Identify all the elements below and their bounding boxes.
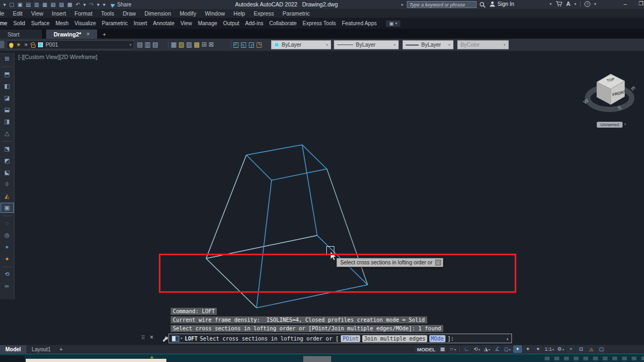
object-color-dropdown[interactable]: ByLayer ▾ [271, 40, 331, 49]
tab-drawing2[interactable]: Drawing2* × [46, 29, 97, 39]
tab-parametric[interactable]: Parametric [102, 20, 128, 26]
new-drawing-icon[interactable]: ▢ [9, 1, 14, 9]
open-folder-icon[interactable]: ▣ [17, 1, 22, 9]
tab-start[interactable]: Start [0, 29, 42, 39]
tab-annotate[interactable]: Annotate [153, 20, 174, 26]
option-point[interactable]: POint [341, 335, 360, 342]
lineweight-dropdown-caret[interactable]: ▾ [448, 43, 450, 47]
menu-modify[interactable]: Modify [180, 10, 196, 17]
redo-icon[interactable]: ↷ [89, 1, 93, 9]
menu-file[interactable]: File [0, 10, 4, 17]
isolate-icon[interactable]: ⊡ [576, 345, 586, 353]
maximize-button[interactable]: ❐ [639, 1, 643, 6]
tab-surface[interactable]: Surface [31, 20, 49, 26]
ribbon-display-button[interactable]: ▣ ▾ [386, 20, 400, 27]
linetype-dropdown[interactable]: ByLayer ▾ [334, 40, 399, 49]
scale-value[interactable]: 1:1▾ [544, 345, 555, 353]
annotation-scale-icon[interactable]: ✦ [533, 345, 543, 353]
tab-output[interactable]: Output [223, 20, 239, 26]
menu-draw[interactable]: Draw [123, 10, 136, 17]
menu-parametric[interactable]: Parametric [283, 10, 310, 17]
command-window-grip[interactable]: ⠿ [141, 335, 144, 341]
snap-icon-caret[interactable]: ▾ [454, 348, 456, 351]
layer-thaw-icon[interactable]: ◱ [240, 40, 246, 49]
tab-solid[interactable]: Solid [13, 20, 25, 26]
autodesk-app-icon[interactable]: A [566, 1, 570, 7]
clean-screen-icon[interactable]: ▢ [597, 345, 606, 353]
tab-visualize[interactable]: Visualize [75, 20, 96, 26]
tab-add-ins[interactable]: Add-ins [245, 20, 264, 26]
workspace-caret[interactable]: ▾ [103, 1, 106, 9]
plus-icon[interactable]: + [566, 345, 575, 353]
layer-walk-icon[interactable]: ◰ [233, 40, 239, 49]
scale-value-caret[interactable]: ▾ [552, 348, 554, 351]
tab-insert[interactable]: Insert [134, 20, 147, 26]
tab-layout1[interactable]: Layout1 [26, 345, 56, 353]
plotstyle-dropdown[interactable]: ByColor ▾ [457, 40, 509, 49]
option-join-multiple-edges[interactable]: Join multiple edges [362, 335, 427, 342]
recent-commands-caret[interactable]: ▾ [180, 336, 182, 341]
osnap-icon-caret[interactable]: ▾ [509, 348, 510, 351]
tab-express-tools[interactable]: Express Tools [303, 20, 336, 26]
search-icon[interactable] [479, 2, 486, 9]
view-cube[interactable]: TOP FRONT W S E [582, 66, 642, 129]
workspace-gear-icon-caret[interactable]: ▾ [562, 348, 564, 351]
sign-in-button[interactable]: Sign In [489, 1, 514, 7]
lineweight-dropdown[interactable]: ByLayer ▾ [402, 40, 453, 49]
previous-layer-icon[interactable]: ▤ [152, 40, 158, 49]
layer-unisolate-icon[interactable]: ⊞ [201, 40, 207, 49]
cart-icon[interactable] [555, 1, 562, 7]
layer-lock-icon[interactable]: ⊠ [208, 40, 214, 49]
layer-dropdown[interactable]: ☀ ☀ P001 ▾ [6, 40, 134, 49]
open-icon[interactable]: ▤ [26, 1, 31, 9]
snap-icon[interactable]: ⁙▾ [448, 345, 457, 353]
tab-model[interactable]: Model [0, 345, 26, 353]
close-tab-icon[interactable]: × [86, 31, 90, 37]
named-view-button[interactable]: Unnamed [597, 122, 623, 128]
search-input[interactable] [407, 1, 477, 8]
command-window-close[interactable]: × [150, 334, 153, 341]
share-button[interactable]: ▶ Share [111, 2, 131, 8]
command-scroll-up[interactable]: ▴ [506, 336, 509, 341]
customize-wrench-icon[interactable] [161, 335, 168, 342]
otrack-icon[interactable]: ∠ [493, 345, 502, 353]
menu-tools[interactable]: Tools [101, 10, 114, 17]
layer-off-icon[interactable]: ▨ [186, 40, 192, 49]
menu-insert[interactable]: Insert [52, 10, 66, 17]
tab-view[interactable]: View [180, 20, 192, 26]
color-dropdown-caret[interactable]: ▾ [326, 43, 328, 47]
search-expand-caret[interactable]: ▸ [401, 2, 404, 7]
layer-dropdown-caret[interactable]: ▾ [129, 43, 131, 47]
recent-commands-icon[interactable] [172, 336, 179, 342]
named-view-caret[interactable]: ▾ [624, 122, 626, 127]
app-menu-caret[interactable]: ▾ [3, 1, 6, 9]
layer-freeze-icon[interactable]: ▧ [178, 40, 184, 49]
plot-icon[interactable]: ▨ [59, 1, 64, 9]
menu-help[interactable]: Help [233, 10, 245, 17]
app-caret[interactable]: ▾ [574, 2, 576, 6]
tab-mesh[interactable]: Mesh [55, 20, 68, 26]
option-mode[interactable]: MOde [429, 335, 445, 342]
viewcube-east-label[interactable]: E [630, 85, 637, 92]
export-icon[interactable]: ▧ [50, 1, 55, 9]
print-icon[interactable]: ▩ [67, 1, 72, 9]
isodraft-icon[interactable]: ◮▾ [482, 345, 492, 353]
undo-icon[interactable]: ↶ [76, 1, 80, 9]
model-space-toggle[interactable]: MODEL [414, 346, 438, 353]
hardware-accel-icon[interactable]: ◬ [587, 345, 596, 353]
linetype-dropdown-caret[interactable]: ▾ [393, 43, 396, 47]
make-current-icon[interactable]: ▤ [137, 40, 143, 49]
menu-express[interactable]: Express [254, 10, 274, 17]
polar-icon[interactable]: ⟲▾ [472, 345, 481, 353]
tab-featured-apps[interactable]: Featured Apps [342, 20, 377, 26]
new-tab-button[interactable]: + [103, 31, 106, 38]
workspace-gear-icon[interactable]: ⚙▾ [556, 345, 565, 353]
signin-caret[interactable]: ▾ [550, 2, 552, 6]
tab-manage[interactable]: Manage [198, 20, 217, 26]
loft-cross-sections-wireframe[interactable] [0, 51, 644, 345]
new-layout-button[interactable]: + [56, 346, 65, 352]
menu-view[interactable]: View [31, 10, 43, 17]
help-caret[interactable]: ▾ [594, 2, 596, 6]
command-line-input[interactable]: ▾ LOFT Select cross sections in lofting … [169, 334, 512, 343]
ortho-icon[interactable]: ∟ [462, 345, 471, 353]
